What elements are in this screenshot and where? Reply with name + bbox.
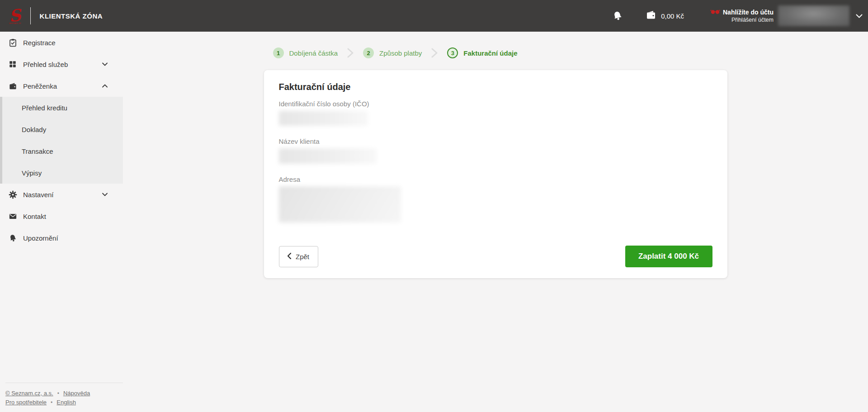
field-ico: Identifikační číslo osoby (IČO) [279,100,712,126]
sidebar-item-label: Peněženka [23,82,57,90]
wallet-icon [646,9,656,22]
field-adresa-value-redacted [279,186,401,223]
field-nazev-klienta: Název klienta [279,137,712,164]
app-title: KLIENTSKÁ ZÓNA [40,12,103,20]
step-2-label: Způsob platby [379,49,422,57]
sidebar-item-label: Upozornění [23,234,58,242]
footer: © Seznam.cz, a.s. • Nápověda Pro spotřeb… [5,383,123,412]
footer-link-napoveda[interactable]: Nápověda [63,390,90,397]
footer-bullet: • [57,390,59,397]
submenu-item-label: Výpisy [22,169,42,177]
gear-icon [8,190,17,199]
field-nazev-klienta-value-redacted [279,148,377,164]
sidebar-item-transakce[interactable]: Transakce [2,140,123,162]
seznam-logo[interactable]: S seznam.cz [9,7,21,24]
field-ico-label: Identifikační číslo osoby (IČO) [279,100,712,108]
step-3-fakturacni-udaje: 3 Fakturační údaje [447,47,517,58]
page-body: Registrace Přehled služeb Peněženka [0,32,868,412]
topbar-right: 0,00 Kč Nahlížíte do účtu Přihlášení účt… [612,5,863,26]
footer-link-pro-spotrebitele[interactable]: Pro spotřebitele [5,399,47,406]
sidebar-item-label: Kontakt [23,213,46,220]
checkout-stepper: 1 Dobíjená částka 2 Způsob platby 3 Fakt… [264,47,727,58]
sidebar-item-label: Nastavení [23,191,54,199]
logo-divider [30,7,31,24]
field-nazev-klienta-label: Název klienta [279,137,712,145]
account-viewing-line: Nahlížíte do účtu [710,8,774,16]
back-button[interactable]: Zpět [279,246,318,267]
step-1-dobijena-castka[interactable]: 1 Dobíjená částka [273,47,338,58]
topbar: S seznam.cz KLIENTSKÁ ZÓNA 0,00 Kč [0,0,868,32]
sidebar-item-registrace[interactable]: Registrace [0,32,123,53]
step-1-circle: 1 [273,47,284,58]
submenu-item-label: Přehled kreditu [22,104,67,112]
sidebar-item-penezenka[interactable]: Peněženka [0,75,123,97]
envelope-icon [8,212,17,221]
sidebar: Registrace Přehled služeb Peněženka [0,32,123,412]
pay-button[interactable]: Zaplatit 4 000 Kč [625,246,712,267]
sidebar-item-upozorneni[interactable]: Upozornění [0,227,123,249]
account-menu[interactable]: Nahlížíte do účtu Přihlášení účtem [710,5,863,26]
card-title: Fakturační údaje [279,82,712,92]
notifications-bell-icon[interactable] [612,10,623,21]
account-viewing-label: Nahlížíte do účtu [723,8,774,16]
grid-icon [8,60,17,68]
submenu-item-label: Transakce [22,147,53,155]
logo-area: S seznam.cz KLIENTSKÁ ZÓNA [9,7,103,24]
wallet-balance-button[interactable]: 0,00 Kč [646,9,684,22]
account-text: Nahlížíte do účtu Přihlášení účtem [710,8,774,24]
account-chevron-down-icon[interactable] [856,14,863,18]
wallet-submenu: Přehled kreditu Doklady Transakce Výpisy [0,97,123,184]
sidebar-item-vypisy[interactable]: Výpisy [2,162,123,184]
step-3-label: Fakturační údaje [463,49,517,57]
step-2-circle: 2 [363,47,374,58]
step-1-label: Dobíjená částka [289,49,338,57]
field-adresa: Adresa [279,175,712,223]
footer-link-english[interactable]: English [57,399,76,406]
sidebar-item-label: Registrace [23,39,56,47]
chevron-down-icon [102,62,108,66]
chevron-up-icon [102,84,108,88]
footer-row-1: © Seznam.cz, a.s. • Nápověda [5,390,123,397]
sidebar-item-nastaveni[interactable]: Nastavení [0,184,123,205]
account-name-redacted [778,5,849,26]
sidebar-item-kontakt[interactable]: Kontakt [0,205,123,227]
footer-link-seznam[interactable]: © Seznam.cz, a.s. [5,390,53,397]
card-actions: Zpět Zaplatit 4 000 Kč [279,246,712,267]
bell-icon [8,234,17,242]
seznam-s-icon: S [8,7,22,24]
back-button-label: Zpět [296,253,309,260]
step-3-circle: 3 [447,47,458,58]
submenu-item-label: Doklady [22,126,46,133]
clipboard-check-icon [8,38,17,47]
main-content: 1 Dobíjená částka 2 Způsob platby 3 Fakt… [123,32,868,412]
stepper-chevron-icon [431,48,438,58]
step-2-zpusob-platby[interactable]: 2 Způsob platby [363,47,422,58]
stepper-chevron-icon [347,48,354,58]
billing-details-card: Fakturační údaje Identifikační číslo oso… [264,70,727,278]
field-adresa-label: Adresa [279,175,712,183]
sidebar-item-prehled-kreditu[interactable]: Přehled kreditu [2,97,123,118]
footer-bullet: • [51,399,52,406]
footer-row-2: Pro spotřebitele • English [5,399,123,406]
sidebar-nav: Registrace Přehled služeb Peněženka [0,32,123,249]
chevron-down-icon [102,193,108,196]
wallet-balance-value: 0,00 Kč [661,12,684,20]
wallet-icon [8,82,17,90]
sidebar-item-label: Přehled služeb [23,61,68,68]
glasses-icon [710,8,720,16]
field-ico-value-redacted [279,111,368,126]
sidebar-item-doklady[interactable]: Doklady [2,118,123,140]
chevron-left-icon [288,253,291,260]
sidebar-item-prehled-sluzeb[interactable]: Přehled služeb [0,53,123,75]
content-column: 1 Dobíjená částka 2 Způsob platby 3 Fakt… [264,47,727,278]
account-signin-label: Přihlášení účtem [710,16,774,24]
